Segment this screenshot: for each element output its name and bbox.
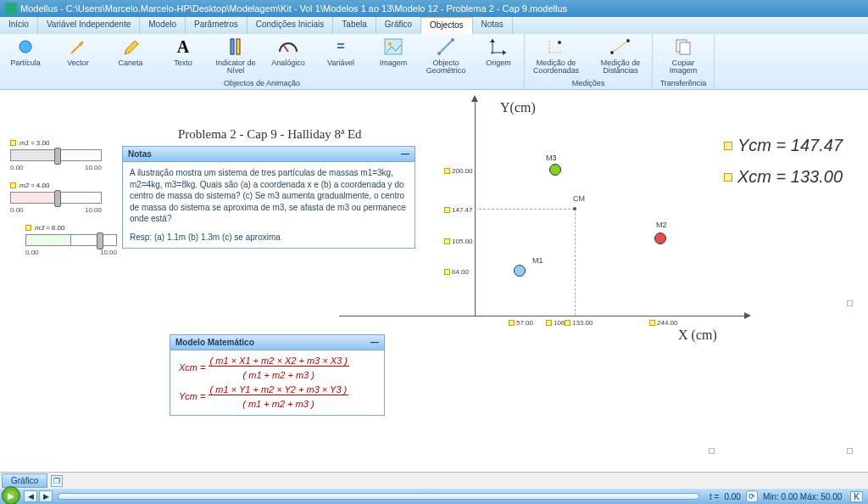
particle-m2[interactable] xyxy=(654,232,666,244)
m1-label: M1 xyxy=(532,256,543,265)
particle-m3[interactable] xyxy=(549,164,561,176)
notes-title: Notas xyxy=(128,149,152,159)
minimize-icon[interactable]: — xyxy=(370,338,379,347)
window-title: Modellus - C:\Users\Marcelo.Marcelo-HP\D… xyxy=(20,3,567,14)
svg-marker-14 xyxy=(503,50,506,55)
ribbon-imagem[interactable]: Imagem xyxy=(373,36,414,79)
restore-icon[interactable]: ❐ xyxy=(51,475,63,487)
xtick-106: 106 xyxy=(546,319,565,327)
slider-m1[interactable]: m1 = 3.00 0.0010.00 xyxy=(10,139,102,171)
variable-icon: = xyxy=(330,36,352,58)
m3-label: M3 xyxy=(546,154,557,162)
bottom-bar: Gráfico ❐ xyxy=(0,472,868,489)
svg-point-18 xyxy=(558,41,561,44)
time-label: t = xyxy=(709,492,719,501)
ribbon-vector[interactable]: Vector xyxy=(58,36,98,79)
ytick-200: 200.00 xyxy=(444,167,472,175)
output-values: Ycm = 147.47 Xcm = 133.00 xyxy=(724,136,843,199)
particle-m1[interactable] xyxy=(514,265,526,277)
svg-marker-15 xyxy=(490,39,495,42)
ribbon-indicator-nivel[interactable]: Indicator de Nível xyxy=(215,36,256,79)
tab-inicio[interactable]: Início xyxy=(0,17,38,34)
svg-rect-5 xyxy=(236,39,240,54)
ribbon-particula[interactable]: Partícula xyxy=(5,36,46,79)
tab-tabela[interactable]: Tabela xyxy=(333,17,376,34)
svg-point-10 xyxy=(437,52,441,55)
ytick-147: 147.47 xyxy=(444,206,472,214)
ribbon-texto[interactable]: ATexto xyxy=(163,36,203,79)
ribbon-origem[interactable]: Origem xyxy=(478,36,519,79)
tab-variavel-independente[interactable]: Variável Independente xyxy=(38,17,140,34)
svg-point-8 xyxy=(388,42,392,46)
x-axis-label: X (cm) xyxy=(678,328,717,343)
slider-m2[interactable]: m2 = 4.00 0.0010.00 xyxy=(10,182,102,214)
slider-m3[interactable]: m3 = 8.00 0.0010.00 xyxy=(25,224,117,256)
tab-notas[interactable]: Notas xyxy=(473,17,513,34)
svg-rect-4 xyxy=(231,39,234,54)
pen-icon xyxy=(120,36,142,58)
cm-point[interactable] xyxy=(573,207,576,210)
x-axis xyxy=(339,316,746,316)
minimize-icon[interactable]: — xyxy=(401,149,409,159)
time-range: Min: 0.00 Máx: 50.00 xyxy=(763,492,842,501)
svg-rect-23 xyxy=(680,42,690,54)
ribbon-objecto-geometrico[interactable]: Objecto Geométrico xyxy=(426,36,466,79)
tab-grafico[interactable]: Gráfico xyxy=(376,17,421,34)
play-button[interactable]: ▶ xyxy=(2,486,20,504)
app-icon xyxy=(5,3,17,14)
step-fwd-button[interactable]: ▶ xyxy=(39,490,53,502)
refresh-button[interactable]: ⟳ xyxy=(746,490,758,502)
y-axis xyxy=(475,98,476,316)
ribbon-caneta[interactable]: Caneta xyxy=(110,36,151,79)
ribbon-group-label-transferencia: Transferência xyxy=(658,79,709,89)
selection-handle[interactable] xyxy=(847,300,853,306)
text-icon: A xyxy=(172,36,194,58)
ribbon-copiar-imagem[interactable]: Copiar Imagem xyxy=(658,36,709,79)
tab-parametros[interactable]: Parâmetros xyxy=(186,17,248,34)
m2-label: M2 xyxy=(656,221,667,229)
svg-line-19 xyxy=(612,41,628,53)
coord-measure-icon xyxy=(545,36,567,58)
time-value: 0.00 xyxy=(724,492,740,501)
xtick-244: 244.00 xyxy=(649,319,677,327)
x-axis-arrow-icon xyxy=(744,312,751,319)
level-icon xyxy=(225,36,247,58)
tab-modelo[interactable]: Modelo xyxy=(140,17,186,34)
tab-objectos[interactable]: Objectos xyxy=(421,17,472,34)
model-equations: Xcm = ( m1 × X1 + m2 × X2 + m3 × X3 )( m… xyxy=(170,350,384,415)
svg-point-20 xyxy=(610,51,614,54)
ribbon-medicao-distancias[interactable]: Medição de Distâncias xyxy=(594,36,647,79)
y-axis-arrow-icon xyxy=(471,95,478,102)
svg-point-21 xyxy=(626,39,630,42)
ytick-105: 105.00 xyxy=(444,238,472,245)
gauge-icon xyxy=(277,36,299,58)
geom-icon xyxy=(435,36,457,58)
y-axis-label: Y(cm) xyxy=(500,100,536,115)
dist-measure-icon xyxy=(609,36,632,58)
svg-point-11 xyxy=(451,38,454,42)
selection-handle[interactable] xyxy=(709,448,715,454)
model-panel[interactable]: Modelo Matemático— Xcm = ( m1 × X1 + m2 … xyxy=(170,334,385,416)
model-title: Modelo Matemático xyxy=(175,338,254,347)
step-back-button[interactable]: ◀ xyxy=(24,490,37,502)
origin-icon xyxy=(487,36,509,58)
xtick-57: 57.00 xyxy=(509,319,533,327)
svg-line-6 xyxy=(284,46,288,52)
ytick-64: 64.00 xyxy=(444,268,469,276)
time-scrubber[interactable] xyxy=(58,493,699,500)
window-titlebar: Modellus - C:\Users\Marcelo.Marcelo-HP\D… xyxy=(0,0,868,17)
ribbon-variavel[interactable]: =Variável xyxy=(320,36,361,79)
notes-panel[interactable]: Notas— A ilustração mostra um sistema de… xyxy=(122,146,415,249)
cm-dash-v xyxy=(575,209,576,316)
tab-condicoes-iniciais[interactable]: Condições Iniciais xyxy=(248,17,334,34)
particle-icon xyxy=(14,36,36,58)
play-bar: ▶ ◀ ▶ t = 0.00 ⟳ Min: 0.00 Máx: 50.00 K xyxy=(0,489,868,504)
svg-point-0 xyxy=(19,41,31,53)
cm-label: CM xyxy=(573,194,585,203)
keyboard-icon[interactable]: K xyxy=(850,491,863,502)
ribbon-group-label-animacao: Objectos de Animação xyxy=(5,79,519,89)
selection-handle[interactable] xyxy=(847,448,853,454)
notes-body: A ilustração mostra um sistema de tres p… xyxy=(130,167,408,225)
ribbon-medicao-coordenadas[interactable]: Medição de Coordenadas xyxy=(530,36,582,79)
ribbon-analogico[interactable]: Analógico xyxy=(268,36,309,79)
